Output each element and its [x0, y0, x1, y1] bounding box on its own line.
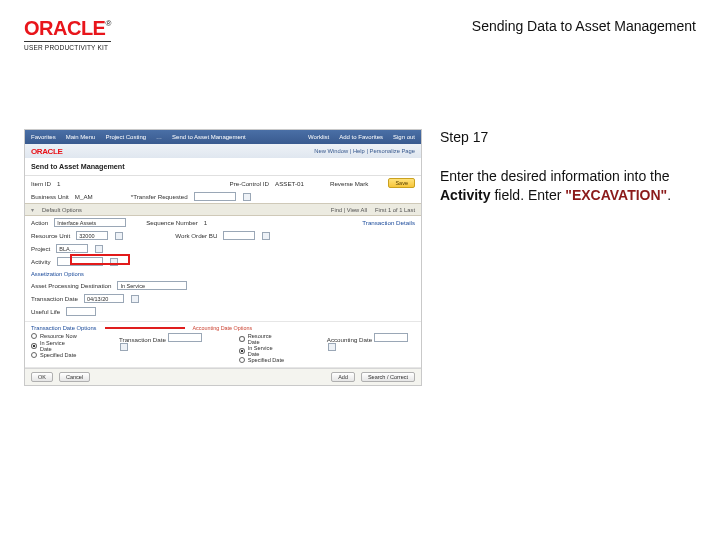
topbar-right[interactable]: Sign out [393, 134, 415, 140]
action-select[interactable]: Interface Assets [54, 218, 126, 227]
calendar-icon[interactable] [328, 343, 336, 351]
resource-unit-label: Resource Unit [31, 232, 70, 239]
radio-resource-now[interactable]: Resource Now [31, 333, 77, 339]
action-label: Action [31, 219, 48, 226]
work-order-label: Work Order BU [175, 232, 217, 239]
txn-date-label: Transaction Date [31, 295, 78, 302]
activity-label: Activity [31, 258, 51, 265]
lookup-icon[interactable] [95, 245, 103, 253]
item-id-value: 1 [57, 180, 60, 187]
calendar-icon[interactable] [131, 295, 139, 303]
useful-life-input[interactable] [66, 307, 96, 316]
pager[interactable]: First 1 of 1 Last [375, 207, 415, 213]
project-label: Project [31, 245, 50, 252]
topbar-item: … [156, 134, 162, 140]
default-options-title: Default Options [42, 207, 82, 213]
topbar-right[interactable]: Worklist [308, 134, 329, 140]
find-link[interactable]: Find | View All [331, 207, 367, 213]
transfer-req-input[interactable] [194, 192, 236, 201]
radio-in-service-date[interactable]: In Service Date [31, 340, 77, 352]
project-input[interactable]: BLA… [56, 244, 88, 253]
topbar-item[interactable]: Send to Asset Management [172, 134, 246, 140]
lookup-icon[interactable] [262, 232, 270, 240]
brandbar-links[interactable]: New Window | Help | Personalize Page [314, 148, 415, 154]
radio-specified-date-right[interactable]: Specified Date [239, 357, 284, 363]
topbar-item[interactable]: Project Costing [105, 134, 146, 140]
lookup-icon[interactable] [110, 258, 118, 266]
activity-input[interactable] [57, 257, 103, 266]
lookup-icon[interactable] [115, 232, 123, 240]
screenshot-panel: Favorites Main Menu Project Costing … Se… [24, 129, 422, 386]
topbar-right[interactable]: Add to Favorites [339, 134, 383, 140]
asset-proc-dest-label: Asset Processing Destination [31, 282, 111, 289]
search-button[interactable]: Search / Correct [361, 372, 415, 382]
page-title: Send to Asset Management [31, 162, 125, 171]
bus-unit-label: Business Unit [31, 193, 69, 200]
save-button[interactable]: Save [388, 178, 415, 188]
reverse-mark-label: Reverse Mark [330, 180, 369, 187]
txn-date-input[interactable]: 04/13/20 [84, 294, 124, 303]
tx-date-input[interactable] [168, 333, 202, 342]
app-topbar: Favorites Main Menu Project Costing … Se… [25, 130, 421, 144]
txn-date-options-title: Transaction Date Options [31, 325, 97, 331]
default-options-bar[interactable]: ▾ Default Options Find | View All First … [25, 203, 421, 216]
add-button[interactable]: Add [331, 372, 355, 382]
acc-date-input[interactable] [374, 333, 408, 342]
useful-life-label: Useful Life [31, 308, 60, 315]
resource-unit-input[interactable]: 32000 [76, 231, 108, 240]
collapse-icon[interactable]: ▾ [31, 206, 34, 213]
item-id-label: Item ID [31, 180, 51, 187]
cancel-button[interactable]: Cancel [59, 372, 90, 382]
topbar-item[interactable]: Favorites [31, 134, 56, 140]
pre-control-id-label: Pre-Control ID [230, 180, 270, 187]
logo-word: ORACLE [24, 17, 105, 39]
instruction-text: Enter the desired information into the A… [440, 167, 696, 205]
radio-in-service-date-right[interactable]: In Service Date [239, 345, 285, 357]
doc-title: Sending Data to Asset Management [472, 18, 696, 34]
calendar-icon[interactable] [120, 343, 128, 351]
sequence-label: Sequence Number [146, 219, 198, 226]
acc-date-label: Accounting Date [327, 336, 372, 343]
ok-button[interactable]: OK [31, 372, 53, 382]
sequence-value: 1 [204, 219, 207, 226]
upk-logo: ORACLE® USER PRODUCTIVITY KIT [24, 18, 111, 51]
logo-tm: ® [105, 19, 111, 28]
asset-proc-dest-select[interactable]: In Service [117, 281, 187, 290]
pre-control-id-value: ASSET-01 [275, 180, 304, 187]
app-brandbar: ORACLE New Window | Help | Personalize P… [25, 144, 421, 158]
calendar-icon[interactable] [243, 193, 251, 201]
transfer-req-label: *Transfer Requested [131, 193, 188, 200]
step-label: Step 17 [440, 129, 696, 145]
topbar-item[interactable]: Main Menu [66, 134, 96, 140]
acc-date-options-title: Accounting Date Options [193, 325, 253, 331]
logo-subline: USER PRODUCTIVITY KIT [24, 41, 111, 51]
mini-oracle-logo: ORACLE [31, 147, 62, 156]
radio-specified-date[interactable]: Specified Date [31, 352, 76, 358]
divider [105, 327, 185, 329]
radio-resource-date[interactable]: Resource Date [239, 333, 285, 345]
tx-date-label: Transaction Date [119, 336, 166, 343]
asset-options-title: Assetization Options [31, 271, 84, 277]
bus-unit-value: M_AM [75, 193, 93, 200]
work-order-input[interactable] [223, 231, 255, 240]
txn-details-link[interactable]: Transaction Details [362, 219, 415, 226]
